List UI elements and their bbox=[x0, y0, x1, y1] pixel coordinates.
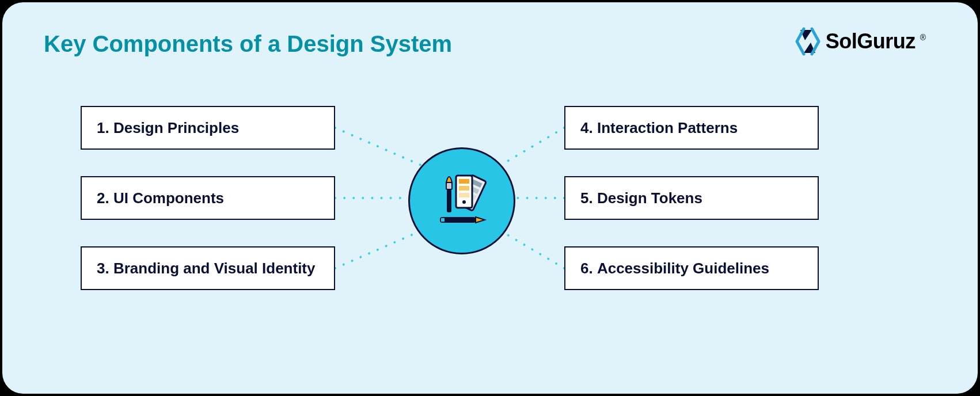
component-num: 1. bbox=[97, 119, 109, 137]
component-label: UI Components bbox=[113, 189, 224, 207]
svg-rect-12 bbox=[459, 179, 469, 184]
component-num: 6. bbox=[580, 260, 593, 277]
component-label: Accessibility Guidelines bbox=[597, 260, 769, 277]
svg-rect-16 bbox=[447, 189, 451, 212]
component-label: Design Tokens bbox=[597, 189, 702, 207]
svg-rect-19 bbox=[441, 218, 445, 222]
svg-line-3 bbox=[499, 128, 564, 166]
component-box: 5. Design Tokens bbox=[564, 176, 819, 220]
hub-circle bbox=[408, 147, 515, 254]
left-column: 1. Design Principles 2. UI Components 3.… bbox=[81, 106, 335, 290]
svg-rect-13 bbox=[459, 186, 469, 191]
design-tools-icon bbox=[427, 166, 496, 235]
brand-mark-icon bbox=[795, 26, 821, 56]
component-num: 5. bbox=[580, 189, 593, 207]
component-label: Design Principles bbox=[113, 119, 239, 137]
diagram-content: 1. Design Principles 2. UI Components 3.… bbox=[2, 100, 978, 365]
diagram-title: Key Components of a Design System bbox=[44, 31, 452, 57]
brand-registered: ® bbox=[920, 33, 926, 42]
component-box: 3. Branding and Visual Identity bbox=[81, 246, 335, 290]
component-label: Interaction Patterns bbox=[597, 119, 738, 137]
right-column: 4. Interaction Patterns 5. Design Tokens… bbox=[564, 106, 819, 290]
component-num: 4. bbox=[580, 119, 593, 137]
brand-logo-block: SolGuruz ® bbox=[795, 26, 926, 56]
component-label: Branding and Visual Identity bbox=[113, 260, 316, 277]
svg-line-5 bbox=[499, 230, 564, 268]
component-num: 2. bbox=[97, 189, 109, 207]
svg-line-0 bbox=[335, 128, 424, 166]
svg-rect-18 bbox=[440, 217, 476, 223]
svg-rect-17 bbox=[446, 182, 452, 189]
component-box: 2. UI Components bbox=[81, 176, 335, 220]
svg-rect-14 bbox=[459, 193, 469, 197]
component-box: 6. Accessibility Guidelines bbox=[564, 246, 819, 290]
svg-point-15 bbox=[462, 200, 466, 204]
brand-name: SolGuruz bbox=[826, 29, 916, 54]
diagram-card: Key Components of a Design System SolGur… bbox=[2, 2, 978, 394]
svg-line-2 bbox=[335, 230, 424, 268]
component-box: 4. Interaction Patterns bbox=[564, 106, 819, 150]
component-box: 1. Design Principles bbox=[81, 106, 335, 150]
component-num: 3. bbox=[97, 260, 109, 277]
